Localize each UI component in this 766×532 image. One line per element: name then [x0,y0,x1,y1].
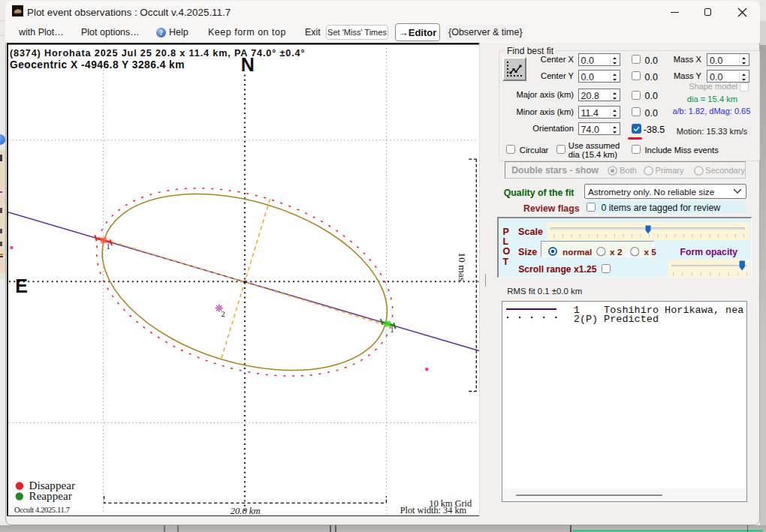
svg-text:Occult 4.2025.11.7: Occult 4.2025.11.7 [14,506,70,514]
svg-text:1: 1 [391,326,394,334]
svg-text:Plot width: 34 km: Plot width: 34 km [400,505,467,515]
svg-text:N: N [241,54,255,75]
svg-text:1: 1 [107,242,110,251]
svg-text:Geocentric X -4946.8 Y 3286: Geocentric X -4946.8 Y 3286.4 km [10,59,185,71]
svg-text:Reappear: Reappear [29,489,72,502]
svg-text:E: E [15,275,28,296]
svg-text:10 mas: 10 mas [457,252,468,281]
svg-text:20.0 km: 20.0 km [231,506,261,516]
svg-text:2: 2 [222,310,225,318]
svg-text:(8374) Horohata 2025 Jul 25: (8374) Horohata 2025 Jul 25 20.8 x 11.4 … [10,48,305,59]
svg-text:?: ? [159,29,163,37]
